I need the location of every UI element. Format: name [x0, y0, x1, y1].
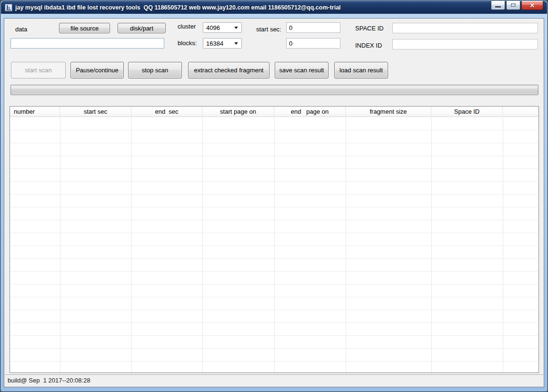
column-separator: [431, 118, 432, 372]
title-bar: jay mysql ibdata1 ibd file lost recovery…: [1, 1, 547, 14]
status-bar: build@ Sep 1 2017--20:08:28: [5, 374, 543, 386]
column-header-number[interactable]: number: [10, 107, 60, 117]
table-body: [10, 118, 538, 372]
column-separator: [346, 118, 346, 372]
data-label: data: [15, 26, 27, 33]
close-button[interactable]: ✕: [521, 1, 543, 10]
scan-results-table[interactable]: number start sec end sec start page on e…: [10, 106, 539, 373]
file-source-button[interactable]: file source: [59, 23, 110, 33]
column-header-end-page-on[interactable]: end page on: [274, 107, 346, 117]
cluster-value: 4096: [206, 24, 220, 31]
index-id-label: INDEX ID: [355, 42, 382, 49]
dropdown-arrow-icon: [234, 27, 238, 29]
stop-scan-button[interactable]: stop scan: [128, 62, 182, 78]
column-separator: [202, 118, 203, 372]
column-separator: [503, 118, 503, 372]
app-window: jay mysql ibdata1 ibd file lost recovery…: [0, 0, 548, 392]
minimize-button[interactable]: [491, 1, 505, 10]
start-sec-label: start sec:: [256, 26, 281, 33]
load-scan-result-button[interactable]: load scan result: [334, 62, 388, 78]
client-area: data file source disk/part cluster 4096 …: [4, 18, 544, 387]
blocks-value: 16384: [206, 40, 223, 47]
start-sec-input[interactable]: [286, 22, 340, 33]
column-header-fragment-size[interactable]: fragment size: [346, 107, 431, 117]
cluster-label: cluster: [178, 23, 196, 30]
extract-checked-fragment-button[interactable]: extract checked fragment: [188, 62, 269, 78]
disk-part-button[interactable]: disk/part: [118, 23, 166, 33]
maximize-button[interactable]: [506, 1, 520, 10]
column-header-end-sec[interactable]: end sec: [131, 107, 202, 117]
caption-buttons: ✕: [491, 1, 543, 10]
maximize-icon: [511, 3, 516, 7]
minimize-icon: [495, 6, 501, 8]
column-header-empty[interactable]: [503, 107, 538, 117]
build-info: build@ Sep 1 2017--20:08:28: [8, 377, 90, 384]
save-scan-result-button[interactable]: save scan result: [275, 62, 329, 78]
end-sec-input[interactable]: [286, 38, 340, 49]
column-separator: [60, 118, 60, 372]
cluster-dropdown[interactable]: 4096: [203, 22, 242, 33]
dropdown-arrow-icon: [234, 42, 238, 45]
column-header-space-id[interactable]: Space ID: [431, 107, 503, 117]
blocks-dropdown[interactable]: 16384: [203, 38, 242, 49]
column-header-start-page-on[interactable]: start page on: [202, 107, 274, 117]
data-path-input[interactable]: [10, 38, 164, 49]
scan-progress-bar: [10, 85, 538, 95]
column-header-start-sec[interactable]: start sec: [60, 107, 131, 117]
space-id-input[interactable]: [392, 23, 538, 33]
window-title: jay mysql ibdata1 ibd file lost recovery…: [15, 4, 341, 11]
pause-continue-button[interactable]: Pause/continue: [70, 62, 124, 78]
column-separator: [274, 118, 275, 372]
close-icon: ✕: [530, 2, 535, 9]
start-scan-button[interactable]: start scan: [11, 62, 66, 78]
index-id-input[interactable]: [392, 39, 538, 49]
blocks-label: blocks:: [178, 39, 197, 47]
column-separator: [131, 118, 132, 372]
app-icon: [5, 4, 12, 11]
table-header: number start sec end sec start page on e…: [10, 107, 538, 117]
space-id-label: SPACE ID: [355, 25, 384, 32]
